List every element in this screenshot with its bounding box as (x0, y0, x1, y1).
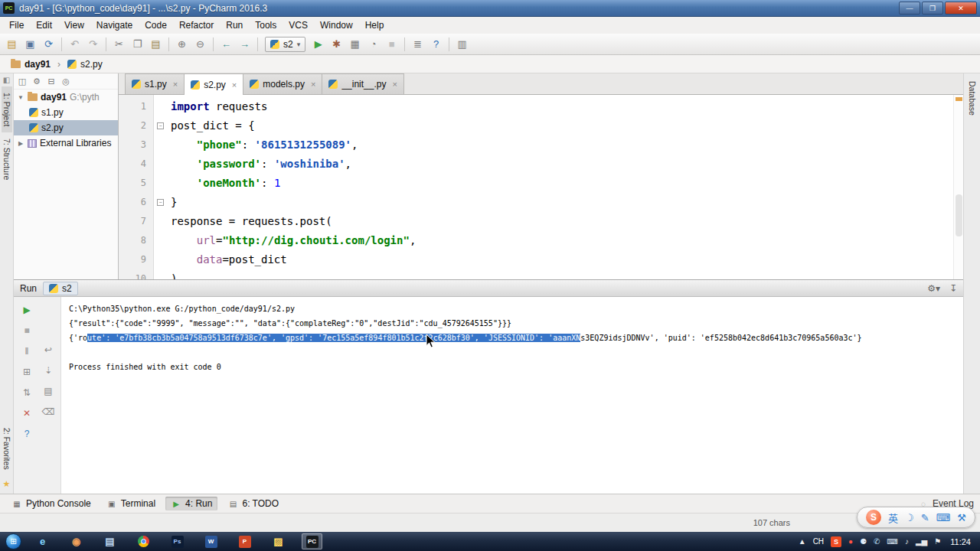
paste-icon[interactable]: ▤ (147, 36, 165, 53)
redo-icon[interactable]: ↷ (84, 36, 102, 53)
tree-item-s2-py[interactable]: s2.py (14, 120, 118, 135)
word-icon[interactable]: W (201, 533, 221, 549)
rerun-icon[interactable]: ▶ (18, 302, 35, 318)
line-number[interactable]: 9 (119, 250, 146, 269)
show-hidden-icons[interactable]: ▲ (799, 537, 806, 546)
stop-icon[interactable]: ■ (18, 322, 35, 339)
coverage-icon[interactable]: ▦ (346, 36, 364, 53)
tree-item-s1-py[interactable]: s1.py (14, 105, 118, 120)
collapse-arrow-icon[interactable]: ▼ (17, 94, 24, 101)
line-number[interactable]: 4 (119, 155, 146, 174)
tool-button-1-project[interactable]: 1: Project (2, 86, 12, 132)
run-settings-icon[interactable]: ⚙▾ (927, 283, 940, 294)
packages-icon[interactable]: ▥ (453, 36, 471, 53)
close-tab-icon[interactable]: × (311, 80, 315, 89)
menu-window[interactable]: Window (314, 18, 359, 32)
dock-pin-icon[interactable]: ◧ (3, 73, 10, 86)
project-tree[interactable]: ▼day91 G:\pyths1.pys2.py▶External Librar… (14, 90, 118, 151)
phone-tray-icon[interactable]: ✆ (874, 537, 880, 546)
close-tab-icon[interactable]: × (232, 80, 237, 90)
tool-button-6-todo[interactable]: ▤6: TODO (222, 497, 284, 510)
expand-arrow-icon[interactable]: ▶ (17, 140, 24, 147)
line-number[interactable]: 2 (119, 116, 146, 135)
tab-models-py[interactable]: models.py× (243, 73, 322, 94)
restore-button[interactable]: ❐ (922, 2, 943, 15)
action-center-flag-icon[interactable]: ⚑ (934, 537, 941, 546)
run-icon[interactable]: ▶ (309, 36, 327, 53)
search-everywhere-icon[interactable]: ≣ (409, 36, 426, 53)
ime-toolbox-icon[interactable]: ⚒ (957, 512, 966, 523)
settings-icon[interactable]: ⚙ (30, 74, 44, 88)
menu-tools[interactable]: Tools (249, 18, 283, 32)
menu-code[interactable]: Code (139, 18, 173, 32)
scroll-from-source-icon[interactable]: ◎ (59, 74, 73, 88)
zoom-out-icon[interactable]: ⊖ (191, 36, 209, 53)
code-text[interactable]: import requestspost_dict = { "phone": '8… (168, 95, 963, 279)
minimize-button[interactable]: — (899, 2, 920, 15)
cut-icon[interactable]: ✂ (110, 36, 128, 53)
menu-run[interactable]: Run (220, 18, 249, 32)
python-console-icon[interactable]: ▦ (11, 498, 22, 509)
clear-all-icon[interactable]: ⌫ (40, 403, 57, 420)
run-icon[interactable]: ▶ (171, 498, 181, 509)
todo-icon[interactable]: ▤ (227, 498, 238, 509)
close-icon[interactable]: ✕ (18, 405, 35, 422)
sogou-logo-icon[interactable]: S (866, 510, 881, 525)
menu-help[interactable]: Help (359, 18, 390, 32)
tree-item-day91[interactable]: ▼day91 G:\pyth (14, 90, 118, 105)
keyboard-tray-icon[interactable]: ⌨ (887, 537, 897, 546)
media-player-icon[interactable]: ◉ (66, 533, 87, 549)
line-number[interactable]: 3 (119, 135, 146, 155)
console-output[interactable]: C:\Python35\python.exe G:/python_code/da… (61, 297, 963, 494)
close-tab-icon[interactable]: × (173, 80, 178, 89)
code-editor[interactable]: 12345678910 −− import requestspost_dict … (119, 95, 963, 279)
tool-button-python-console[interactable]: ▦Python Console (6, 497, 96, 510)
help-icon[interactable]: ? (18, 425, 35, 442)
pycharm-icon[interactable]: PC (302, 533, 322, 549)
tool-button-2-favorites[interactable]: 2: Favorites (2, 422, 12, 476)
help-icon[interactable]: ? (427, 36, 445, 53)
ime-fullhalf-icon[interactable]: ☽ (905, 512, 914, 523)
open-icon[interactable]: ▤ (3, 36, 21, 53)
tool-button-4-run[interactable]: ▶4: Run (165, 497, 217, 510)
line-number[interactable]: 8 (119, 231, 146, 250)
start-button[interactable]: ⊞ (5, 533, 21, 549)
ime-keyboard-icon[interactable]: ⌨ (936, 512, 951, 523)
soft-wrap-icon[interactable]: ↩ (40, 341, 57, 358)
fold-column[interactable]: −− (154, 95, 168, 279)
hide-panel-icon[interactable]: ↧ (949, 283, 957, 294)
menu-file[interactable]: File (3, 18, 30, 32)
tool-button-database[interactable]: Database (968, 73, 977, 123)
ie-icon[interactable]: e (32, 533, 53, 549)
stop-icon[interactable]: ■ (383, 36, 400, 53)
profiler-icon[interactable]: ◔ (364, 36, 382, 53)
editor-scrollbar[interactable] (953, 95, 963, 279)
chrome-icon[interactable] (133, 533, 154, 549)
scroll-to-end-icon[interactable]: ⇣ (40, 362, 57, 379)
view-mode-icon[interactable]: ◫ (15, 74, 29, 88)
menu-view[interactable]: View (58, 18, 90, 32)
debug-icon[interactable]: ✱ (328, 36, 345, 53)
security-tray-icon[interactable]: ● (848, 537, 853, 546)
explorer-icon[interactable]: ▨ (268, 533, 289, 549)
back-icon[interactable]: ← (217, 36, 235, 53)
photoshop-icon[interactable]: Ps (167, 533, 188, 549)
forward-icon[interactable]: → (236, 36, 253, 53)
terminal-icon[interactable]: ▣ (106, 498, 117, 509)
breadcrumb-item-day91[interactable]: day91 (8, 57, 54, 71)
tree-item-external-libraries[interactable]: ▶External Libraries (14, 135, 118, 151)
line-number-gutter[interactable]: 12345678910 (119, 95, 154, 279)
collapse-all-icon[interactable]: ⊟ (44, 74, 58, 88)
tab-init-py[interactable]: __init__.py× (322, 73, 403, 94)
network-icon[interactable]: ▂▅ (916, 537, 927, 546)
fold-marker-icon[interactable]: − (157, 122, 164, 129)
history-icon[interactable]: ⇅ (18, 384, 35, 401)
line-number[interactable]: 5 (119, 174, 146, 193)
close-tab-icon[interactable]: × (392, 80, 397, 89)
breadcrumb-item-s2-py[interactable]: s2.py (64, 57, 106, 71)
language-indicator[interactable]: CH (813, 537, 824, 546)
restore-layout-icon[interactable]: ⊞ (18, 364, 35, 380)
print-icon[interactable]: ▤ (40, 383, 57, 399)
line-number[interactable]: 10 (119, 269, 146, 279)
ime-language-icon[interactable]: 英 (888, 510, 898, 525)
